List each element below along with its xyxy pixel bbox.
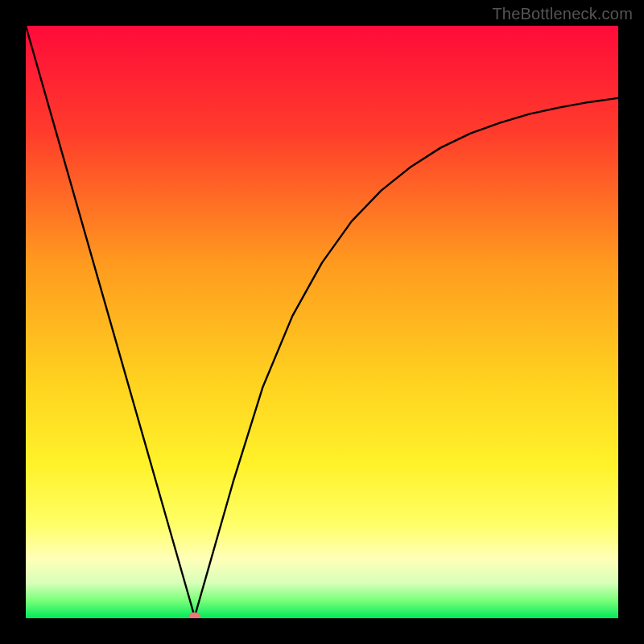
chart-frame: TheBottleneck.com [0, 0, 644, 644]
plot-area [26, 26, 618, 618]
watermark-text: TheBottleneck.com [492, 5, 633, 23]
chart-svg [26, 26, 618, 618]
